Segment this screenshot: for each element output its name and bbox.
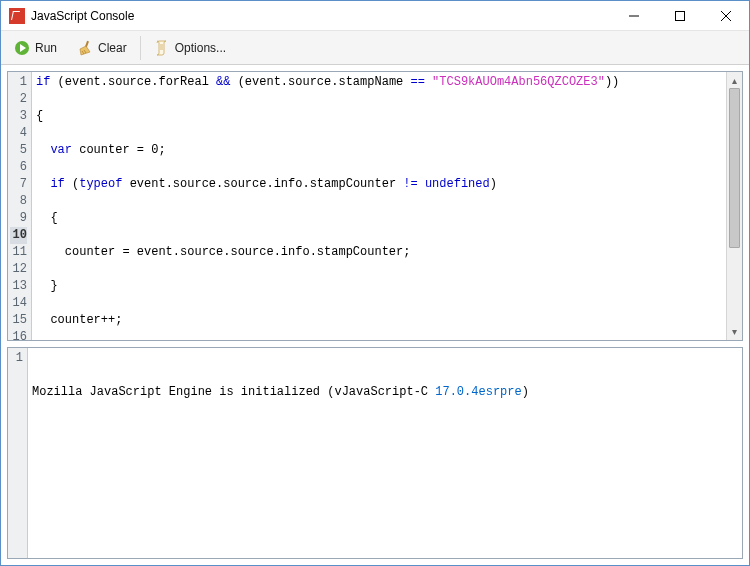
console-gutter: 1 [8,348,28,558]
code-line [36,91,722,108]
code-line: } [36,278,722,295]
app-icon [9,8,25,24]
line-number: 11 [10,244,27,261]
close-button[interactable] [703,1,749,30]
scroll-thumb[interactable] [729,88,740,248]
broom-icon [77,40,93,56]
script-icon [154,40,170,56]
scroll-up-icon[interactable]: ▴ [727,72,742,88]
code-line [36,295,722,312]
code-line [36,261,722,278]
code-line: { [36,108,722,125]
code-line [36,159,722,176]
line-number: 4 [10,125,27,142]
line-number: 16 [10,329,27,346]
code-line [36,193,722,210]
code-line: if (event.source.forReal && (event.sourc… [36,74,722,91]
window-controls [611,1,749,30]
console-text-prefix: Mozilla JavaScript Engine is initialized… [32,385,435,399]
line-number: 3 [10,108,27,125]
code-line [36,125,722,142]
line-number: 8 [10,193,27,210]
svg-rect-1 [676,11,685,20]
options-button[interactable]: Options... [145,34,235,62]
options-label: Options... [175,41,226,55]
clear-button[interactable]: Clear [68,34,136,62]
play-icon [14,40,30,56]
line-number: 2 [10,91,27,108]
console-version: 17.0.4esrpre [435,385,521,399]
console-pane: 1 Mozilla JavaScript Engine is initializ… [7,347,743,559]
console-line-number: 1 [10,350,23,367]
run-label: Run [35,41,57,55]
run-button[interactable]: Run [5,34,66,62]
toolbar: Run Clear O [1,31,749,65]
code-line [36,329,722,340]
line-number: 5 [10,142,27,159]
code-editor[interactable]: if (event.source.forReal && (event.sourc… [32,72,726,340]
editor-gutter: 1234567891011121314151617 [8,72,32,340]
clear-label: Clear [98,41,127,55]
line-number: 12 [10,261,27,278]
vertical-scrollbar[interactable]: ▴ ▾ [726,72,742,340]
line-number: 9 [10,210,27,227]
body: 1234567891011121314151617 if (event.sour… [1,65,749,565]
line-number: 1 [10,74,27,91]
line-number: 7 [10,176,27,193]
console-text-suffix: ) [522,385,529,399]
console-line: Mozilla JavaScript Engine is initialized… [32,384,738,401]
toolbar-separator [140,36,141,60]
close-icon [721,11,731,21]
scroll-down-icon[interactable]: ▾ [727,324,742,340]
line-number: 6 [10,159,27,176]
line-number: 13 [10,278,27,295]
code-line: { [36,210,722,227]
line-number: 15 [10,312,27,329]
minimize-icon [629,11,639,21]
maximize-icon [675,11,685,21]
titlebar: JavaScript Console [1,1,749,31]
code-line: counter = event.source.source.info.stamp… [36,244,722,261]
window-title: JavaScript Console [31,9,611,23]
code-line [36,227,722,244]
code-line: counter++; [36,312,722,329]
scroll-track[interactable] [727,88,742,324]
line-number: 14 [10,295,27,312]
line-number: 10 [10,227,27,244]
console-output[interactable]: Mozilla JavaScript Engine is initialized… [28,348,742,558]
window: JavaScript Console Run [0,0,750,566]
editor-pane: 1234567891011121314151617 if (event.sour… [7,71,743,341]
minimize-button[interactable] [611,1,657,30]
code-line: var counter = 0; [36,142,722,159]
maximize-button[interactable] [657,1,703,30]
code-line: if (typeof event.source.source.info.stam… [36,176,722,193]
